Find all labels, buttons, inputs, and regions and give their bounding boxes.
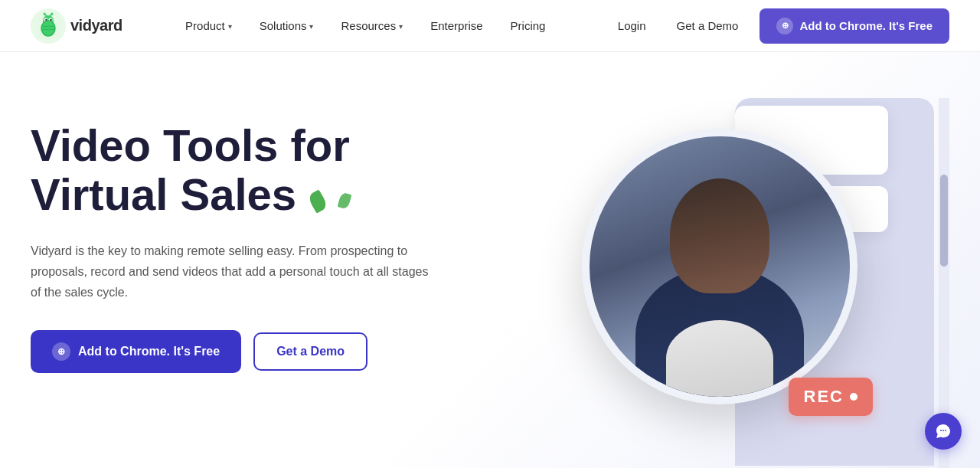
hero-get-demo-button[interactable]: Get a Demo: [253, 332, 368, 371]
rec-badge: REC: [789, 378, 873, 416]
hero-description: Vidyard is the key to making remote sell…: [31, 241, 429, 303]
scrollbar-thumb[interactable]: [940, 175, 948, 267]
hero-cta-group: ⊕ Add to Chrome. It's Free Get a Demo: [31, 330, 475, 373]
logo-icon: [31, 8, 66, 44]
svg-point-10: [51, 12, 54, 15]
add-to-chrome-button[interactable]: ⊕ Add to Chrome. It's Free: [760, 8, 949, 44]
video-circle: [582, 129, 858, 404]
chat-widget[interactable]: [925, 413, 962, 450]
rec-dot: [850, 393, 858, 401]
hero-section: Video Tools for Virtual Sales Vidyard is…: [0, 52, 980, 468]
hero-content: Video Tools for Virtual Sales Vidyard is…: [31, 98, 475, 373]
nav-actions: Login Get a Demo ⊕ Add to Chrome. It's F…: [609, 8, 949, 44]
hero-title-line2: Virtual Sales: [31, 169, 296, 219]
logo[interactable]: vidyard: [31, 8, 122, 44]
chrome-icon: ⊕: [52, 342, 70, 361]
nav-pricing[interactable]: Pricing: [500, 13, 557, 38]
login-link[interactable]: Login: [609, 13, 655, 38]
chevron-down-icon: ▾: [309, 22, 313, 31]
hero-title: Video Tools for Virtual Sales: [31, 121, 475, 219]
logo-text: vidyard: [70, 17, 122, 34]
svg-point-9: [44, 12, 46, 15]
nav-resources[interactable]: Resources ▾: [330, 13, 413, 38]
leaf-decoration: [309, 172, 349, 221]
svg-point-13: [942, 430, 944, 431]
video-person: [590, 136, 850, 397]
nav-solutions[interactable]: Solutions ▾: [249, 13, 325, 38]
person-shirt: [666, 320, 773, 397]
nav-product[interactable]: Product ▾: [175, 13, 243, 38]
hero-add-chrome-button[interactable]: ⊕ Add to Chrome. It's Free: [31, 330, 241, 373]
chevron-down-icon: ▾: [399, 22, 403, 31]
navbar: vidyard Product ▾ Solutions ▾ Resources …: [0, 0, 980, 52]
nav-links: Product ▾ Solutions ▾ Resources ▾ Enterp…: [175, 13, 556, 38]
svg-point-12: [940, 430, 942, 431]
chevron-down-icon: ▾: [228, 22, 232, 31]
hero-visual: REC: [475, 98, 949, 468]
nav-enterprise[interactable]: Enterprise: [420, 13, 493, 38]
ui-mockup: REC: [521, 98, 903, 468]
chrome-icon: ⊕: [776, 18, 793, 34]
svg-point-14: [945, 430, 946, 431]
get-demo-link[interactable]: Get a Demo: [668, 13, 748, 38]
person-head: [670, 178, 769, 293]
